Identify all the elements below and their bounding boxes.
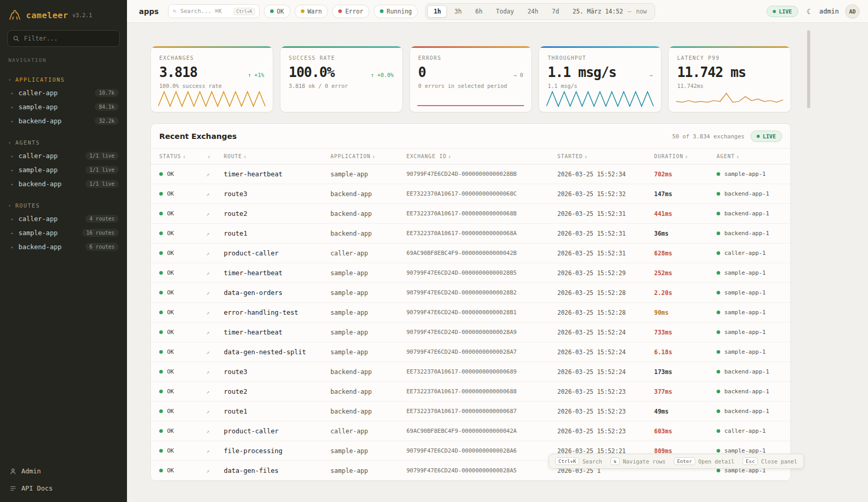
sidebar-item-application[interactable]: ▸ backend-app 32.2k — [0, 114, 127, 128]
open-exchange-icon[interactable]: ↗ — [206, 270, 210, 277]
sidebar-item-route[interactable]: ▸ caller-app 4 routes — [0, 212, 127, 226]
duration-cell: 36ms — [654, 230, 669, 237]
table-row[interactable]: OK ↗ route3 backend-app EE7322370A10617-… — [151, 362, 790, 382]
table-row[interactable]: OK ↗ route1 backend-app EE7322370A10617-… — [151, 224, 790, 243]
column-header-started[interactable]: STARTED↕ — [552, 149, 649, 164]
stat-trend: → 0 — [513, 72, 523, 78]
column-header-status[interactable]: STATUS↕ — [151, 149, 201, 164]
table-row[interactable]: OK ↗ timer-heartbeat sample-app 90799F47… — [151, 263, 790, 283]
sidebar-item-application[interactable]: ▸ caller-app 10.7k — [0, 86, 127, 100]
column-header-route[interactable]: ROUTE↕ — [219, 149, 325, 164]
sidebar-filter[interactable] — [7, 30, 120, 47]
table-row[interactable]: OK ↗ product-caller caller-app 69AC90BF8… — [151, 243, 790, 263]
table-row[interactable]: OK ↗ error-handling-test sample-app 9079… — [151, 303, 790, 323]
route-cell: route2 — [219, 382, 325, 402]
open-exchange-icon[interactable]: ↗ — [206, 310, 210, 316]
status-filter-chip[interactable]: Warn — [295, 5, 328, 18]
table-live-toggle[interactable]: LIVE — [750, 131, 782, 142]
section-header-applications[interactable]: ▾ APPLICATIONS — [0, 73, 127, 86]
search-input[interactable] — [180, 7, 231, 15]
sidebar-item-label: backend-app — [18, 243, 61, 251]
application-cell: sample-app — [325, 461, 401, 481]
agent-live-dot — [717, 231, 720, 235]
time-range-button[interactable]: Today — [490, 5, 520, 18]
open-exchange-icon[interactable]: ↗ — [206, 369, 210, 376]
time-range-button[interactable]: 6h — [469, 5, 489, 18]
open-exchange-icon[interactable]: ↗ — [206, 329, 210, 336]
sidebar-item-agent[interactable]: ▸ sample-app 1/1 live — [0, 163, 127, 177]
open-exchange-icon[interactable]: ↗ — [206, 349, 210, 356]
table-row[interactable]: OK ↗ route2 backend-app EE7322370A10617-… — [151, 204, 790, 224]
global-search[interactable]: Ctrl+K — [168, 4, 260, 18]
table-row[interactable]: OK ↗ route1 backend-app EE7322370A10617-… — [151, 402, 790, 421]
status-filter-chip[interactable]: Running — [374, 5, 418, 18]
sidebar-item-admin[interactable]: Admin — [3, 462, 124, 480]
route-cell: route2 — [219, 204, 325, 224]
column-header-agent[interactable]: AGENT↕ — [711, 149, 790, 164]
ok-status-dot — [159, 172, 163, 176]
stat-title: SUCCESS RATE — [289, 55, 394, 61]
application-cell: sample-app — [325, 303, 401, 323]
stat-value: 11.742 ms — [677, 65, 746, 80]
sidebar-item-badge: 84.1k — [95, 103, 119, 111]
open-exchange-icon[interactable]: ↗ — [206, 191, 210, 198]
time-range-button[interactable]: 7d — [545, 5, 565, 18]
agent-live-dot — [717, 212, 720, 215]
table-row[interactable]: OK ↗ data-gen-orders sample-app 90799F47… — [151, 283, 790, 303]
ok-status-dot — [159, 212, 163, 215]
time-range-button[interactable]: 24h — [521, 5, 545, 18]
status-filter-chip[interactable]: Error — [332, 5, 369, 18]
started-cell: 2026-03-25 15:52:31 — [552, 204, 649, 224]
sidebar-item-agent[interactable]: ▸ backend-app 1/1 live — [0, 177, 127, 191]
open-exchange-icon[interactable]: ↗ — [206, 389, 210, 395]
status-cell: OK — [159, 408, 196, 415]
open-exchange-icon[interactable]: ↗ — [206, 290, 210, 297]
section-header-agents[interactable]: ▾ AGENTS — [0, 136, 127, 149]
ok-status-dot — [159, 350, 163, 354]
open-exchange-icon[interactable]: ↗ — [206, 250, 210, 257]
avatar[interactable]: AD — [845, 4, 860, 19]
duration-cell: 441ms — [654, 210, 672, 217]
hint-key: Esc — [743, 457, 758, 465]
sidebar-item-api-docs[interactable]: API Docs — [3, 480, 124, 497]
agent-cell: backend-app-1 — [717, 210, 785, 217]
table-row[interactable]: OK ↗ data-gen-nested-split sample-app 90… — [151, 342, 790, 362]
exchange-id-cell: EE7322370A10617-0000000000000688 — [401, 382, 552, 402]
duration-cell: 147ms — [654, 190, 672, 198]
sidebar-item-route[interactable]: ▸ backend-app 6 routes — [0, 240, 127, 254]
open-exchange-icon[interactable]: ↗ — [206, 171, 210, 178]
open-exchange-icon[interactable]: ↗ — [206, 428, 210, 435]
open-exchange-icon[interactable]: ↗ — [206, 230, 210, 237]
time-range-button[interactable]: 3h — [448, 5, 468, 18]
column-header-exchange-id[interactable]: EXCHANGE ID↕ — [401, 149, 552, 164]
section-title: APPLICATIONS — [15, 76, 65, 83]
exchange-id-cell: 90799F47E6CD24D-00000000000028B2 — [401, 283, 552, 303]
table-row[interactable]: OK ↗ timer-heartbeat sample-app 90799F47… — [151, 164, 790, 184]
sidebar-item-application[interactable]: ▸ sample-app 84.1k — [0, 100, 127, 114]
time-range-button[interactable]: 1h — [427, 5, 447, 18]
column-header-application[interactable]: APPLICATION↕ — [325, 149, 401, 164]
dark-mode-toggle-icon[interactable]: ☾ — [805, 6, 813, 17]
table-row[interactable]: OK ↗ route3 backend-app EE7322370A10617-… — [151, 184, 790, 204]
section-header-routes[interactable]: ▾ ROUTES — [0, 199, 127, 212]
open-exchange-icon[interactable]: ↗ — [206, 468, 210, 474]
live-label: LIVE — [779, 8, 792, 15]
table-row[interactable]: OK ↗ route2 backend-app EE7322370A10617-… — [151, 382, 790, 402]
table-row[interactable]: OK ↗ product-caller caller-app 69AC90BF8… — [151, 421, 790, 441]
sidebar-item-agent[interactable]: ▸ caller-app 1/1 live — [0, 149, 127, 163]
sidebar-filter-input[interactable] — [23, 34, 114, 43]
sidebar-item-route[interactable]: ▸ sample-app 16 routes — [0, 226, 127, 240]
agent-live-dot — [717, 370, 720, 374]
hint-key: Ctrl+K — [555, 457, 579, 465]
status-filter-chip[interactable]: OK — [264, 5, 290, 18]
column-header-link[interactable]: ↕ — [201, 149, 219, 164]
time-range-group: 1h 3h 6h Today 24h 7d 25. März 14:52 — n… — [425, 3, 655, 20]
sort-icon: ↕ — [183, 154, 186, 159]
table-row[interactable]: OK ↗ timer-heartbeat sample-app 90799F47… — [151, 323, 790, 342]
open-exchange-icon[interactable]: ↗ — [206, 408, 210, 415]
open-exchange-icon[interactable]: ↗ — [206, 211, 210, 217]
live-toggle[interactable]: LIVE — [767, 6, 798, 17]
open-exchange-icon[interactable]: ↗ — [206, 448, 210, 455]
vertical-scrollbar[interactable] — [807, 30, 810, 108]
column-header-duration[interactable]: DURATION↕ — [649, 149, 711, 164]
